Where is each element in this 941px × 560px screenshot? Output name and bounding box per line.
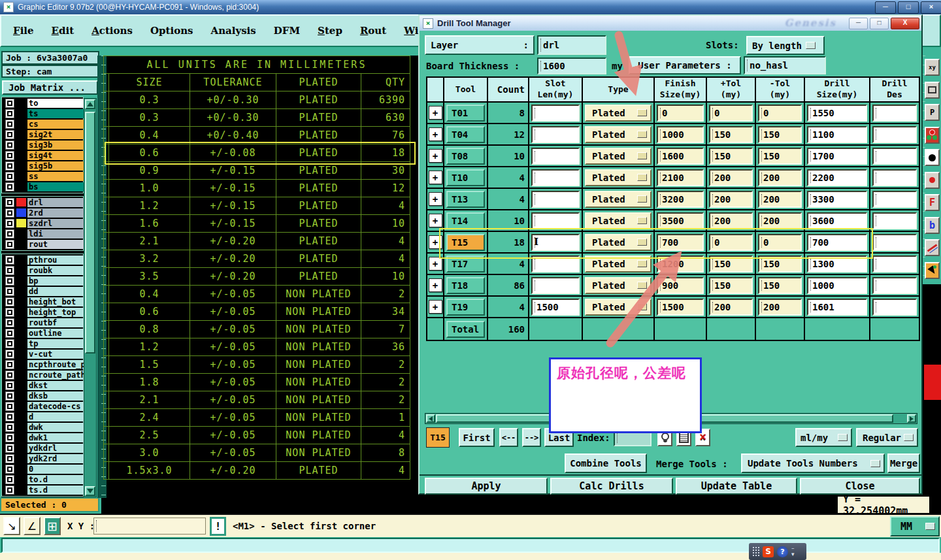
plus-tol-field[interactable]: 200: [709, 169, 753, 186]
update-table-button[interactable]: Update Table: [676, 478, 797, 495]
drill-size-field[interactable]: 1300: [807, 255, 867, 272]
type-dropdown[interactable]: Plated: [585, 255, 652, 272]
scroll-left-icon[interactable]: [426, 414, 435, 423]
layer-checkbox[interactable]: [5, 423, 14, 432]
unit-mode-dropdown[interactable]: ml/my: [795, 428, 852, 447]
layer-checkbox[interactable]: [5, 454, 14, 463]
layer-checkbox[interactable]: [5, 109, 14, 118]
layer-checkbox[interactable]: [5, 412, 14, 421]
tool-button[interactable]: T17: [446, 255, 485, 272]
merge-mode-dropdown[interactable]: Update Tools Numbers: [741, 453, 885, 473]
menu-step[interactable]: Step: [318, 25, 342, 37]
plus-tol-field[interactable]: 200: [709, 191, 753, 208]
layer-item-roubk[interactable]: roubk: [3, 265, 82, 276]
units-dropdown[interactable]: MM: [890, 516, 940, 536]
slot-len-field[interactable]: [531, 277, 580, 294]
dialog-close-button[interactable]: X: [891, 18, 919, 29]
layer-item-cs[interactable]: cs: [3, 119, 82, 129]
layer-item-ts.d[interactable]: ts.d: [3, 485, 82, 495]
maximize-button[interactable]: □: [898, 1, 919, 14]
help-icon[interactable]: ?: [777, 546, 788, 557]
plus-tol-field[interactable]: 200: [709, 212, 753, 229]
slot-len-field[interactable]: [531, 148, 580, 165]
regular-mode-dropdown[interactable]: Regular: [856, 428, 918, 447]
minus-tol-field[interactable]: 200: [758, 169, 802, 186]
drill-size-field[interactable]: 1100: [807, 126, 867, 143]
layer-item-ldi[interactable]: ldi: [3, 229, 82, 239]
menu-analysis[interactable]: Analysis: [211, 25, 256, 37]
layer-item-height_bot[interactable]: height_bot: [3, 297, 82, 307]
layer-item-sig4t[interactable]: sig4t: [3, 150, 82, 161]
drill-symbol-icon[interactable]: +: [429, 257, 442, 271]
drill-size-field[interactable]: 2200: [807, 169, 867, 186]
ime-icon[interactable]: S: [763, 546, 774, 557]
menu-actions[interactable]: Actions: [91, 25, 133, 37]
finish-size-field[interactable]: 700: [657, 234, 704, 251]
drill-symbol-icon[interactable]: +: [429, 278, 442, 292]
layer-scrollbar[interactable]: [84, 98, 97, 497]
drill-symbol-icon[interactable]: +: [429, 106, 442, 120]
layer-item-dwk[interactable]: dwk: [3, 422, 82, 433]
layer-checkbox[interactable]: [5, 208, 14, 218]
slot-len-field[interactable]: [531, 169, 580, 186]
type-dropdown[interactable]: Plated: [585, 191, 652, 208]
layer-checkbox[interactable]: [5, 276, 14, 286]
drill-size-field[interactable]: 700: [807, 234, 867, 251]
drag-handle-icon[interactable]: [752, 546, 759, 557]
layer-checkbox[interactable]: [5, 255, 14, 265]
red-dot-icon[interactable]: [925, 172, 940, 189]
select-box-icon[interactable]: [925, 82, 940, 99]
layer-checkbox[interactable]: [5, 360, 14, 369]
next-button[interactable]: -->: [522, 428, 541, 447]
minus-tol-field[interactable]: 200: [758, 212, 802, 229]
first-button[interactable]: First: [459, 428, 495, 447]
layer-item-to.d[interactable]: to.d: [3, 474, 82, 485]
prev-button[interactable]: <--: [499, 428, 518, 447]
layer-item-dkst[interactable]: dkst: [3, 380, 82, 391]
layer-item-v-cut[interactable]: v-cut: [3, 349, 82, 359]
layer-checkbox[interactable]: [5, 266, 14, 275]
drill-size-field[interactable]: 1601: [807, 299, 867, 316]
layer-item-datecode-cs[interactable]: datecode-cs: [3, 401, 82, 412]
scroll-up-icon[interactable]: [85, 99, 95, 109]
tool-button[interactable]: T14: [446, 212, 485, 229]
plus-tol-field[interactable]: 150: [709, 255, 753, 272]
type-dropdown[interactable]: Plated: [585, 277, 652, 294]
layer-checkbox[interactable]: [5, 240, 14, 249]
merge-button[interactable]: Merge: [887, 453, 920, 473]
user-params-field[interactable]: no_hasl: [744, 56, 826, 74]
finish-size-field[interactable]: 3500: [657, 212, 704, 229]
polygon-icon[interactable]: b: [925, 217, 940, 234]
type-dropdown[interactable]: Plated: [585, 105, 652, 122]
layer-checkbox[interactable]: [5, 161, 14, 171]
drill-symbol-icon[interactable]: +: [429, 214, 442, 227]
layer-item-rout[interactable]: rout: [3, 239, 82, 250]
dialog-maximize-button[interactable]: □: [870, 18, 889, 29]
finish-size-field[interactable]: 2100: [657, 169, 704, 186]
slot-len-field[interactable]: 1500: [531, 299, 580, 316]
layer-item-drl[interactable]: drl: [3, 197, 82, 208]
layer-checkbox[interactable]: [5, 433, 14, 442]
layer-item-sig3b[interactable]: sig3b: [3, 140, 82, 150]
tool-button[interactable]: T13: [446, 191, 485, 208]
layer-checkbox[interactable]: [5, 350, 14, 359]
total-button[interactable]: Total: [446, 321, 485, 338]
layer-checkbox[interactable]: [5, 475, 14, 484]
tool-button[interactable]: T10: [446, 169, 485, 186]
layer-item-dksb[interactable]: dksb: [3, 391, 82, 401]
type-dropdown[interactable]: Plated: [585, 212, 652, 229]
drill-symbol-icon[interactable]: +: [429, 149, 442, 163]
layer-checkbox[interactable]: [5, 172, 14, 181]
menu-dfm[interactable]: DFM: [274, 25, 300, 37]
tool-button[interactable]: T08: [446, 148, 485, 165]
slot-len-field[interactable]: [531, 234, 580, 251]
layer-checkbox[interactable]: [5, 381, 14, 390]
layer-item-sig5b[interactable]: sig5b: [3, 161, 82, 171]
layer-item-d[interactable]: d: [3, 412, 82, 422]
layer-item-2rd[interactable]: 2rd: [3, 208, 82, 218]
layer-checkbox[interactable]: [5, 318, 14, 327]
finish-size-field[interactable]: 1500: [657, 299, 704, 316]
pad-icon[interactable]: [925, 149, 940, 166]
drill-des-field[interactable]: [872, 148, 917, 165]
slot-len-field[interactable]: [531, 212, 580, 229]
